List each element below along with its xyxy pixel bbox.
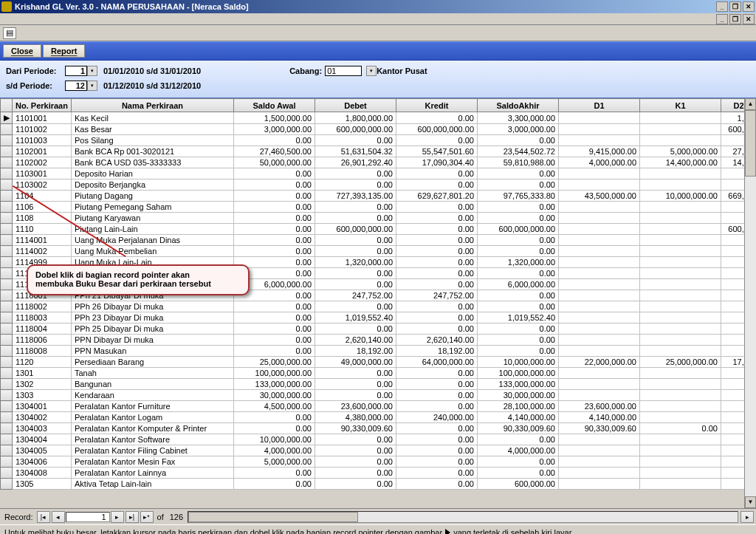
cell-k1[interactable] <box>640 401 721 412</box>
col-debet[interactable]: Debet <box>315 99 396 112</box>
row-selector[interactable] <box>1 312 13 324</box>
cell-k[interactable]: 0.00 <box>396 434 478 445</box>
col-nama-perkiraan[interactable]: Nama Perkiraan <box>72 99 234 112</box>
cell-k1[interactable] <box>640 434 721 445</box>
table-row[interactable]: 1102002Bank BCA USD 035-333333350,000,00… <box>1 157 757 168</box>
cell-sa[interactable]: 4,000,000.00 <box>234 445 315 456</box>
cell-nama[interactable]: Peralatan Kantor Software <box>72 434 234 445</box>
cell-sa[interactable]: 0.00 <box>234 412 315 423</box>
cell-sak[interactable]: 23,544,502.72 <box>478 146 559 157</box>
cell-k[interactable]: 0.00 <box>396 312 478 324</box>
cell-no[interactable]: 1304008 <box>13 468 72 479</box>
cell-sa[interactable]: 50,000,000.00 <box>234 157 315 168</box>
cell-no[interactable]: 1301 <box>13 368 72 379</box>
cell-d1[interactable] <box>559 268 640 279</box>
cell-d1[interactable] <box>559 213 640 224</box>
table-row[interactable]: 1110Piutang Lain-Lain0.00600,000,000.000… <box>1 224 757 235</box>
cell-sa[interactable]: 0.00 <box>234 235 315 246</box>
cell-no[interactable]: 1118008 <box>13 346 72 357</box>
cell-sa[interactable]: 0.00 <box>234 335 315 346</box>
cell-k1[interactable] <box>640 379 721 390</box>
table-row[interactable]: 1106Piutang Pemegang Saham0.000.000.000.… <box>1 202 757 213</box>
cell-sa[interactable]: 4,500,000.00 <box>234 401 315 412</box>
sd-spin-button[interactable]: ▾ <box>87 81 97 91</box>
nav-last-button[interactable]: ▸| <box>126 511 139 523</box>
cell-d[interactable]: 0.00 <box>315 279 396 290</box>
cell-k[interactable]: 0.00 <box>396 179 478 191</box>
hscroll-thumb[interactable] <box>188 512 358 522</box>
cell-k[interactable]: 0.00 <box>396 301 478 312</box>
cell-sak[interactable]: 0.00 <box>478 235 559 246</box>
table-row[interactable]: 1120Persediaan Barang25,000,000.0049,000… <box>1 357 757 368</box>
cell-sak[interactable]: 0.00 <box>478 346 559 357</box>
cell-no[interactable]: 1304004 <box>13 434 72 445</box>
mdi-close-button[interactable]: ✕ <box>743 14 755 24</box>
cell-sa[interactable]: 0.00 <box>234 135 315 146</box>
cell-nama[interactable]: Peralatan Kantor Filing Cabinet <box>72 445 234 456</box>
cell-sa[interactable]: 10,000,000.00 <box>234 434 315 445</box>
cell-sak[interactable]: 6,000,000.00 <box>478 279 559 290</box>
cell-d[interactable]: 0.00 <box>315 468 396 479</box>
cell-d[interactable]: 90,330,009.60 <box>315 423 396 434</box>
table-row[interactable]: 1103001Deposito Harian0.000.000.000.00 <box>1 168 757 179</box>
cell-d[interactable]: 2,620,140.00 <box>315 335 396 346</box>
cell-k[interactable]: 629,627,801.20 <box>396 191 478 202</box>
cell-d[interactable]: 51,631,504.32 <box>315 146 396 157</box>
row-selector[interactable] <box>1 412 13 423</box>
cell-sak[interactable]: 0.00 <box>478 335 559 346</box>
cell-k1[interactable] <box>640 412 721 423</box>
table-row[interactable]: 1301Tanah100,000,000.000.000.00100,000,0… <box>1 368 757 379</box>
report-button[interactable]: Report <box>43 44 85 58</box>
table-row[interactable]: 1102001Bank BCA Rp 001-302012127,460,500… <box>1 146 757 157</box>
cell-k1[interactable] <box>640 456 721 468</box>
cell-sak[interactable]: 0.00 <box>478 434 559 445</box>
cell-k1[interactable] <box>640 213 721 224</box>
col-saldo-akhir[interactable]: SaldoAkhir <box>478 99 559 112</box>
cell-k1[interactable] <box>640 224 721 235</box>
cell-nama[interactable]: Deposito Berjangka <box>72 179 234 191</box>
cell-nama[interactable]: PPh 25 Dibayar Di muka <box>72 324 234 335</box>
cell-sa[interactable]: 27,460,500.00 <box>234 146 315 157</box>
cell-k1[interactable] <box>640 268 721 279</box>
cell-nama[interactable]: Uang Muka Pembelian <box>72 246 234 257</box>
row-selector[interactable] <box>1 191 13 202</box>
cell-sa[interactable]: 0.00 <box>234 468 315 479</box>
cell-no[interactable]: 1101003 <box>13 135 72 146</box>
vertical-scrollbar[interactable]: ▲ ▼ <box>744 98 756 508</box>
table-row[interactable]: 1118004PPh 25 Dibayar Di muka0.000.000.0… <box>1 324 757 335</box>
nav-first-button[interactable]: |◂ <box>37 511 50 523</box>
cell-k1[interactable] <box>640 112 721 124</box>
cell-d1[interactable] <box>559 434 640 445</box>
cell-d[interactable]: 0.00 <box>315 434 396 445</box>
cell-k[interactable]: 0.00 <box>396 246 478 257</box>
cell-nama[interactable]: Tanah <box>72 368 234 379</box>
cell-sak[interactable]: 0.00 <box>478 468 559 479</box>
cell-d[interactable]: 0.00 <box>315 456 396 468</box>
cell-sa[interactable]: 0.00 <box>234 346 315 357</box>
cell-nama[interactable]: Bangunan <box>72 379 234 390</box>
cell-sak[interactable]: 30,000,000.00 <box>478 390 559 401</box>
cell-k1[interactable]: 0.00 <box>640 423 721 434</box>
cell-d1[interactable] <box>559 379 640 390</box>
cell-d[interactable]: 0.00 <box>315 246 396 257</box>
cell-nama[interactable]: Piutang Pemegang Saham <box>72 202 234 213</box>
sd-periode-input[interactable] <box>65 81 87 91</box>
cell-no[interactable]: 1305 <box>13 479 72 490</box>
cell-d1[interactable] <box>559 124 640 135</box>
cell-d[interactable]: 18,192.00 <box>315 346 396 357</box>
cell-k1[interactable] <box>640 390 721 401</box>
cell-sa[interactable]: 0.00 <box>234 224 315 235</box>
cell-sak[interactable]: 1,019,552.40 <box>478 312 559 324</box>
cell-d1[interactable] <box>559 445 640 456</box>
scroll-down-button[interactable]: ▼ <box>745 496 756 508</box>
cell-k[interactable]: 0.00 <box>396 479 478 490</box>
row-selector[interactable] <box>1 434 13 445</box>
cell-sak[interactable]: 97,765,333.80 <box>478 191 559 202</box>
cell-k1[interactable] <box>640 235 721 246</box>
cell-d[interactable]: 1,019,552.40 <box>315 312 396 324</box>
col-no-perkiraan[interactable]: No. Perkiraan <box>13 99 72 112</box>
cell-k[interactable]: 2,620,140.00 <box>396 335 478 346</box>
cell-sak[interactable]: 3,000,000.00 <box>478 124 559 135</box>
nav-prev-button[interactable]: ◂ <box>52 511 65 523</box>
cell-nama[interactable]: PPN Dibayar Di muka <box>72 335 234 346</box>
